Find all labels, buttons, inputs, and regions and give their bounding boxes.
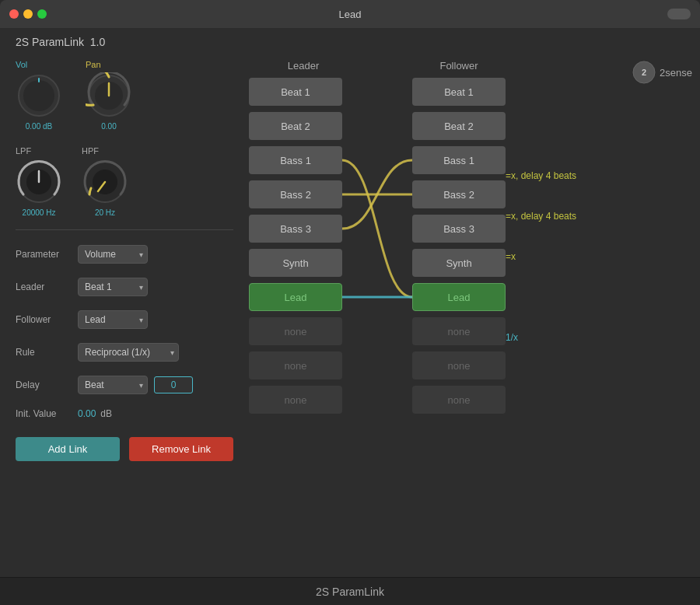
leader-node-5[interactable]: Synth [249,249,342,277]
leader-node-8[interactable]: none [249,351,342,379]
rule-label: Rule [16,347,70,358]
minimize-button[interactable] [23,9,33,19]
bottom-title: 2S ParamLink [316,586,384,598]
follower-column-header: Follower [412,60,506,72]
follower-node-1[interactable]: Beat 2 [412,112,506,140]
vol-label: Vol [16,60,27,69]
parameter-select[interactable]: Volume [78,245,148,264]
rule-select[interactable]: Reciprocal (1/x) [78,343,179,362]
leader-select-wrapper[interactable]: Beat 1 [78,278,148,296]
leader-label: Leader [16,282,70,292]
window-pill [667,9,691,19]
vol-value: 0.00 dB [26,122,52,131]
leader-node-7[interactable]: none [249,317,342,345]
connections-svg [342,78,412,476]
svg-text:2: 2 [642,68,646,77]
init-unit-display: dB [100,408,112,419]
rule-row: Rule Reciprocal (1/x) [16,343,233,362]
title-bar: Lead [0,0,700,28]
follower-select[interactable]: Lead [78,310,148,329]
hpf-label: HPF [82,146,99,156]
init-value-controls: 0.00 dB [78,408,112,419]
leader-row: Leader Beat 1 [16,278,233,296]
annotations-column: =x, delay 4 beats=x, delay 4 beats=x1/x [506,78,607,476]
pan-knob-wrapper: Pan 0.00 [86,60,132,131]
app-title: 2S ParamLink 1.0 [16,36,105,48]
delay-value-input[interactable] [154,376,193,393]
follower-node-5[interactable]: Synth [412,249,506,277]
action-buttons: Add Link Remove Link [16,437,233,461]
hpf-knob[interactable] [82,159,128,205]
hpf-knob-wrapper: HPF 20 Hz [82,146,128,217]
window-controls [9,9,47,19]
delay-type-wrapper[interactable]: Beat [78,376,148,394]
init-value-row: Init. Value 0.00 dB [16,408,233,419]
hpf-value: 20 Hz [95,208,115,217]
follower-node-6[interactable]: Lead [412,283,506,311]
annotation-9 [506,442,607,476]
main-content: 2S ParamLink 1.0 Vol 0.00 dB [0,28,700,605]
filter-knobs: LPF 20000 Hz HPF [16,146,233,217]
annotation-2: =x, delay 4 beats [506,159,607,193]
lpf-label: LPF [16,146,31,156]
leader-node-2[interactable]: Bass 1 [249,146,342,174]
follower-label: Follower [16,314,70,325]
maximize-button[interactable] [37,9,47,19]
leader-column: Beat 1Beat 2Bass 1Bass 2Bass 3SynthLeadn… [249,78,342,476]
follower-node-7[interactable]: none [412,317,506,345]
follower-node-4[interactable]: Bass 3 [412,215,506,243]
leader-node-6[interactable]: Lead [249,283,342,311]
app-header: 2S ParamLink 1.0 [0,28,700,52]
remove-link-button[interactable]: Remove Link [129,437,233,461]
lpf-value: 20000 Hz [23,208,56,217]
follower-node-0[interactable]: Beat 1 [412,78,506,106]
annotation-4: =x [506,240,607,274]
follower-select-wrapper[interactable]: Lead [78,310,148,329]
right-panel: 2 2sense Leader Follower Beat 1Beat 2Bas… [249,52,700,577]
lpf-knob[interactable] [16,159,62,205]
parameter-row: Parameter Volume [16,245,233,264]
leader-node-1[interactable]: Beat 2 [249,112,342,140]
init-value-label: Init. Value [16,408,70,419]
add-link-button[interactable]: Add Link [16,437,120,461]
delay-type-select[interactable]: Beat [78,376,148,394]
delay-row: Delay Beat [16,376,233,394]
follower-column: Beat 1Beat 2Bass 1Bass 2Bass 3SynthLeadn… [412,78,506,476]
annotation-6: 1/x [506,320,607,355]
parameter-select-wrapper[interactable]: Volume [78,245,148,264]
follower-node-9[interactable]: none [412,386,506,414]
follower-node-2[interactable]: Bass 1 [412,146,506,174]
connections-canvas [342,78,412,476]
annotation-0 [506,78,607,112]
leader-node-4[interactable]: Bass 3 [249,215,342,243]
follower-node-8[interactable]: none [412,351,506,379]
delay-controls: Beat [78,376,193,394]
leader-node-9[interactable]: none [249,386,342,414]
pan-knob[interactable] [86,72,132,119]
annotation-8 [506,401,607,435]
divider [16,229,233,230]
logo-text: 2sense [660,67,692,79]
annotation-5 [506,280,607,314]
parameter-label: Parameter [16,249,70,260]
lpf-knob-wrapper: LPF 20000 Hz [16,146,62,217]
follower-row: Follower Lead [16,310,233,329]
rule-select-wrapper[interactable]: Reciprocal (1/x) [78,343,179,362]
delay-label: Delay [16,379,70,390]
follower-node-3[interactable]: Bass 2 [412,180,506,208]
pan-label: Pan [86,60,101,69]
annotation-7 [506,361,607,395]
close-button[interactable] [9,9,19,19]
leader-node-0[interactable]: Beat 1 [249,78,342,106]
column-headers: Leader Follower [249,60,692,72]
leader-select[interactable]: Beat 1 [78,278,148,296]
knobs-section: Vol 0.00 dB Pan [16,60,233,131]
vol-knob-wrapper: Vol 0.00 dB [16,60,62,131]
init-value-display: 0.00 [78,408,96,419]
bottom-bar: 2S ParamLink [0,577,700,605]
leader-node-3[interactable]: Bass 2 [249,180,342,208]
pan-value: 0.00 [101,122,116,131]
annotation-3: =x, delay 4 beats [506,199,607,233]
leader-column-header: Leader [257,60,350,72]
vol-knob[interactable] [16,72,62,119]
